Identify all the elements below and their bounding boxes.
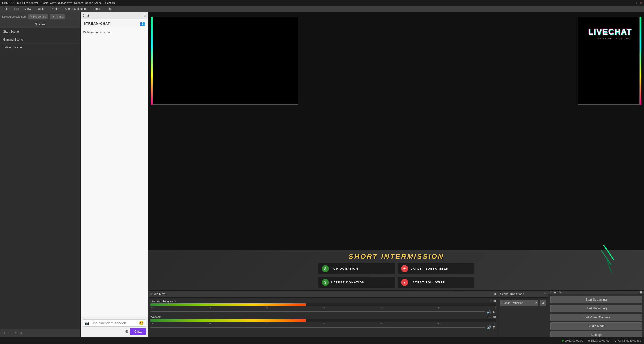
start-recording-btn[interactable]: Start Recording xyxy=(550,305,642,312)
livechat-logo: LIVECHAT xyxy=(588,27,632,37)
info-card-latest-donation: $ LATEST DONATION xyxy=(318,277,395,288)
left-sidebar: No source selected ⚙ Properties ▼ Filter… xyxy=(0,12,81,337)
preview-info-area: SHORT INTERMISSION $ TOP DONATION ★ LATE… xyxy=(148,250,644,290)
menu-edit[interactable]: Edit xyxy=(11,7,22,11)
info-card-top-donation: $ TOP DONATION xyxy=(318,263,395,274)
transition-select[interactable]: Rodan Transition xyxy=(500,300,538,306)
audio-channel-webcam: Webcam 0.0 dB -60-50-40-30-20-100 🔊 xyxy=(150,315,496,329)
meter-labels: -60-50-40-30-20-100 xyxy=(150,307,496,309)
latest-subscriber-label: LATEST SUBSCRIBER xyxy=(411,267,449,270)
properties-btn[interactable]: ⚙ Properties xyxy=(28,14,48,19)
live-dot xyxy=(562,340,564,342)
menu-file[interactable]: File xyxy=(1,7,11,11)
bottom-panel: Audio Mixer ⊞ Overlay talking scene 0.0 … xyxy=(148,290,644,337)
scene-add-btn[interactable]: + xyxy=(2,330,6,336)
scenes-toolbar: + − ↑ ↓ xyxy=(0,329,80,337)
preview-screen-left xyxy=(153,17,298,105)
title-bar: OBS 27.2.3 (64-bit, windows) - Profile: … xyxy=(0,0,644,6)
info-grid: $ TOP DONATION ★ LATEST SUBSCRIBER $ LAT… xyxy=(318,263,474,288)
audio-mixer-section: Audio Mixer ⊞ Overlay talking scene 0.0 … xyxy=(148,291,498,337)
menu-scene-collection[interactable]: Scene Collection xyxy=(62,7,90,11)
maximize-btn[interactable]: □ xyxy=(636,1,638,5)
start-streaming-btn[interactable]: Start Streaming xyxy=(550,296,642,303)
overlay-volume-slider[interactable] xyxy=(150,311,485,312)
webcam-settings-btn[interactable]: ⚙ xyxy=(493,325,496,329)
scene-up-btn[interactable]: ↑ xyxy=(14,330,18,336)
preview-canvas: LIVECHAT WELCOME TO MY CHAT SHORT INTERM… xyxy=(148,12,644,290)
chat-close-btn[interactable]: × xyxy=(144,14,146,18)
status-bar: LIVE: 00:00:00 REC: 00:00:00 CPU: 7.8%, … xyxy=(0,337,644,344)
audio-mixer-maximize-icon[interactable]: ⊞ xyxy=(493,292,496,296)
scenes-header: Scenes xyxy=(0,21,80,28)
webcam-mute-btn[interactable]: 🔊 xyxy=(487,325,491,329)
menu-profile[interactable]: Profile xyxy=(48,7,62,11)
close-btn[interactable]: × xyxy=(640,1,642,5)
menu-help[interactable]: Help xyxy=(103,7,114,11)
start-virtual-camera-btn[interactable]: Start Virtual Camera xyxy=(550,314,642,321)
webcam-volume-slider[interactable] xyxy=(150,327,485,328)
scene-item-gaming[interactable]: Gaming Scene xyxy=(0,36,80,44)
top-donation-icon: $ xyxy=(322,265,329,272)
cpu-status: CPU: 7.8%, 30.00 fps xyxy=(614,339,641,342)
overlay-settings-btn[interactable]: ⚙ xyxy=(493,310,496,314)
scene-item-start[interactable]: Start Scene xyxy=(0,28,80,36)
scene-transitions-header: Scene Transitions ⊞ xyxy=(498,291,548,298)
gear-icon: ⚙ xyxy=(30,15,32,18)
rec-dot xyxy=(588,340,590,342)
chat-input-area: 📷 Eine Nachricht senden 😊 ⚙ Chat xyxy=(81,317,148,337)
controls-maximize-icon[interactable]: ⊞ xyxy=(639,291,642,294)
menu-bar: File Edit View Docks Profile Scene Colle… xyxy=(0,6,644,12)
accent-lines xyxy=(594,245,614,275)
channel-overlay-name: Overlay talking scene xyxy=(150,300,177,303)
live-status: LIVE: 00:00:00 xyxy=(562,339,583,342)
menu-view[interactable]: View xyxy=(22,7,34,11)
livechat-subtitle: WELCOME TO MY CHAT xyxy=(597,37,632,40)
latest-follower-icon: ♥ xyxy=(401,279,408,286)
chat-title-bar: Chat × xyxy=(81,12,148,19)
chat-send-btn[interactable]: Chat xyxy=(130,328,146,335)
intermission-title: SHORT INTERMISSION xyxy=(349,253,444,261)
studio-mode-btn[interactable]: Studio Mode xyxy=(550,322,642,330)
channel-webcam-name: Webcam xyxy=(150,315,161,318)
webcam-meter-labels: -60-50-40-30-20-100 xyxy=(150,322,496,325)
add-user-icon[interactable]: 👥 xyxy=(140,21,145,26)
audio-mixer-title: Audio Mixer xyxy=(150,292,166,296)
latest-donation-label: LATEST DONATION xyxy=(331,281,365,284)
menu-docks[interactable]: Docks xyxy=(34,7,48,11)
emoji-btn[interactable]: 😊 xyxy=(139,321,144,325)
info-card-latest-subscriber: ★ LATEST SUBSCRIBER xyxy=(398,263,474,274)
channel-overlay-db: 0.0 dB xyxy=(488,300,496,303)
cpu-info: CPU: 7.8%, 30.00 fps xyxy=(614,339,641,342)
scene-remove-btn[interactable]: − xyxy=(8,330,12,336)
latest-follower-label: LATEST FOLLOWER xyxy=(411,281,445,284)
chat-settings-btn[interactable]: ⚙ xyxy=(125,329,128,334)
chat-message-input: 📷 Eine Nachricht senden 😊 xyxy=(83,319,146,327)
filters-btn[interactable]: ▼ Filters xyxy=(50,14,65,19)
source-bar: No source selected ⚙ Properties ▼ Filter… xyxy=(0,12,80,21)
audio-mixer-header: Audio Mixer ⊞ xyxy=(148,291,498,298)
audio-channel-overlay: Overlay talking scene 0.0 dB -60-50-40-3… xyxy=(150,300,496,314)
svg-line-2 xyxy=(606,258,611,273)
title-bar-controls[interactable]: − □ × xyxy=(633,1,642,5)
chat-message-placeholder[interactable]: Eine Nachricht senden xyxy=(91,321,137,325)
scene-item-talking[interactable]: Talking Scene xyxy=(0,44,80,51)
rec-time: REC: 00:00:00 xyxy=(591,339,609,342)
controls-header: Controls ⊞ xyxy=(548,291,644,294)
transition-settings-btn[interactable]: ⚙ xyxy=(540,300,546,306)
audio-mixer-header-icons: ⊞ xyxy=(493,292,496,296)
preview-screen-right: LIVECHAT WELCOME TO MY CHAT xyxy=(578,17,640,105)
channel-webcam-meter xyxy=(150,319,496,322)
main-layout: No source selected ⚙ Properties ▼ Filter… xyxy=(0,12,644,337)
menu-tools[interactable]: Tools xyxy=(90,7,102,11)
welcome-message: Willkommen im Chat! xyxy=(83,31,146,34)
minimize-btn[interactable]: − xyxy=(633,1,634,5)
chat-content: Willkommen im Chat! xyxy=(81,28,148,317)
controls-content: Start Streaming Start Recording Start Vi… xyxy=(548,294,644,344)
color-bar-right xyxy=(640,17,641,105)
scene-down-btn[interactable]: ↓ xyxy=(19,330,23,336)
audio-channels: Overlay talking scene 0.0 dB -60-50-40-3… xyxy=(148,298,498,331)
preview-area: LIVECHAT WELCOME TO MY CHAT SHORT INTERM… xyxy=(148,12,644,337)
scene-transitions-maximize-icon[interactable]: ⊞ xyxy=(544,292,546,296)
overlay-mute-btn[interactable]: 🔊 xyxy=(487,310,491,314)
chat-bottom-bar: ⚙ Chat xyxy=(83,328,146,335)
